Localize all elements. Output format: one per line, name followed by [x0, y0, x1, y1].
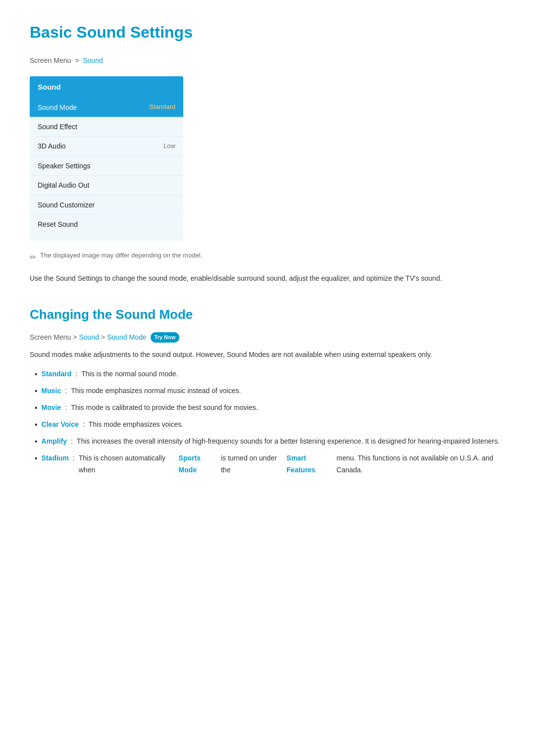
mode-colon: : [75, 368, 77, 380]
menu-header: Sound [30, 76, 183, 98]
list-item: Amplify: This increases the overall inte… [35, 436, 505, 448]
mode-name[interactable]: Music [42, 385, 61, 397]
menu-item[interactable]: Speaker Settings [30, 156, 183, 176]
mode-colon: : [71, 436, 73, 448]
note: ✏ The displayed image may differ dependi… [30, 251, 505, 264]
section-title: Changing the Sound Mode [30, 304, 505, 325]
sound-description: Use the Sound Settings to change the sou… [30, 273, 505, 285]
menu-item[interactable]: 3D AudioLow [30, 137, 183, 156]
menu-item-label: Sound Customizer [38, 200, 95, 210]
menu-item-label: Sound Mode [38, 102, 77, 113]
menu-item-label: Sound Effect [38, 121, 77, 132]
menu-spacer [30, 234, 183, 241]
breadcrumb-sep: > [75, 56, 79, 64]
section-description: Sound modes make adjustments to the soun… [30, 349, 505, 361]
breadcrumb2: Screen Menu > Sound > Sound Mode Try Now [30, 332, 505, 343]
menu-item-label: Digital Audio Out [38, 180, 89, 191]
mode-colon: : [83, 419, 85, 431]
breadcrumb-link-sound[interactable]: Sound [83, 56, 103, 64]
mode-name[interactable]: Clear Voice [42, 419, 79, 431]
menu-item[interactable]: Digital Audio Out [30, 176, 183, 195]
menu-item[interactable]: Sound Customizer [30, 196, 183, 215]
menu-box: Sound Sound ModeStandardSound Effect3D A… [30, 76, 183, 241]
menu-item[interactable]: Sound Effect [30, 117, 183, 137]
mode-colon: : [65, 385, 67, 397]
mode-colon: : [65, 402, 67, 414]
list-item: Standard: This is the normal sound mode. [35, 368, 505, 380]
note-text: The displayed image may differ depending… [40, 251, 202, 261]
menu-item-label: Speaker Settings [38, 160, 91, 171]
bc2-link-soundmode[interactable]: Sound Mode [107, 332, 146, 343]
breadcrumb-prefix: Screen Menu [30, 56, 71, 64]
bc2-sep1: > [73, 332, 77, 343]
mode-list: Standard: This is the normal sound mode.… [30, 368, 505, 476]
sports-mode-link[interactable]: Sports Mode [179, 453, 217, 476]
list-item: Stadium: This is chosen automatically wh… [35, 453, 505, 476]
list-item: Music: This mode emphasizes normal music… [35, 385, 505, 397]
mode-name[interactable]: Stadium [42, 453, 69, 464]
mode-name[interactable]: Amplify [42, 436, 67, 448]
bc2-prefix: Screen Menu [30, 332, 71, 343]
menu-item-value: Low [163, 141, 175, 151]
menu-item-label: Reset Sound [38, 219, 78, 230]
bc2-link-sound[interactable]: Sound [79, 332, 99, 343]
try-now-badge[interactable]: Try Now [151, 332, 180, 343]
menu-item-label: 3D Audio [38, 141, 66, 151]
menu-item-value: Standard [149, 102, 175, 112]
pencil-icon: ✏ [30, 251, 36, 264]
smart-features-link[interactable]: Smart Features [286, 453, 332, 476]
menu-item[interactable]: Sound ModeStandard [30, 98, 183, 117]
list-item: Clear Voice: This mode emphasizes voices… [35, 419, 505, 431]
mode-name[interactable]: Movie [42, 402, 61, 414]
list-item: Movie: This mode is calibrated to provid… [35, 402, 505, 414]
bc2-sep2: > [101, 332, 105, 343]
page-title: Basic Sound Settings [30, 20, 505, 45]
breadcrumb: Screen Menu > Sound [30, 55, 505, 66]
menu-items-container: Sound ModeStandardSound Effect3D AudioLo… [30, 98, 183, 234]
mode-colon: : [73, 453, 75, 464]
mode-name[interactable]: Standard [42, 368, 72, 380]
menu-item[interactable]: Reset Sound [30, 215, 183, 234]
